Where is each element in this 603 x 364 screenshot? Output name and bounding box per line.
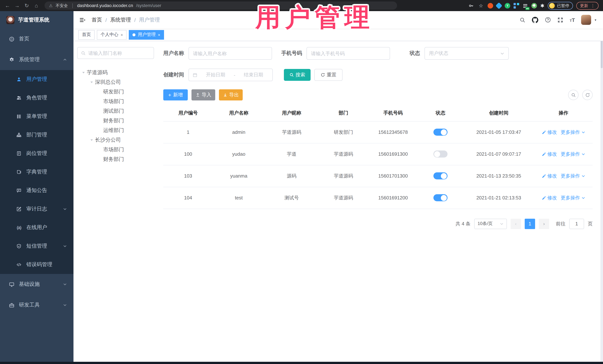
profile-paused-badge[interactable]: 已暂停: [548, 2, 573, 10]
breadcrumb-home[interactable]: 首页: [92, 16, 102, 23]
extensions-pinwheel-icon[interactable]: ✱: [540, 3, 544, 8]
breadcrumb-system[interactable]: 系统管理: [110, 16, 131, 23]
sidebar-group-infrastructure[interactable]: 基础设施: [0, 274, 73, 295]
tree-node-branch[interactable]: 深圳总公司: [77, 77, 154, 87]
date-range-picker[interactable]: 开始日期 - 结束日期: [188, 69, 273, 81]
pencil-icon: [542, 130, 546, 134]
extension-icon-gem[interactable]: [496, 2, 502, 9]
user-avatar[interactable]: [581, 15, 591, 25]
table-toolbar: + 新增 导入 导出: [163, 89, 593, 100]
refresh-table-button[interactable]: [582, 90, 593, 100]
sidebar-collapse-icon[interactable]: [79, 16, 86, 23]
edit-user-link[interactable]: 修改: [542, 129, 557, 135]
tree-expand-icon[interactable]: [88, 81, 95, 84]
next-page-button[interactable]: ›: [539, 219, 549, 229]
export-button[interactable]: 导出: [219, 89, 243, 100]
add-button[interactable]: + 新增: [163, 89, 188, 100]
extension-icon-squares[interactable]: [514, 3, 519, 8]
dept-search-input[interactable]: [88, 50, 150, 56]
tree-node-branch[interactable]: 长沙分公司: [77, 135, 154, 145]
tree-expand-icon[interactable]: [88, 139, 95, 142]
tree-node-leaf[interactable]: 财务部门: [77, 116, 154, 126]
key-icon[interactable]: [468, 2, 474, 9]
mobile-input[interactable]: [311, 51, 385, 56]
avatar-caret-icon[interactable]: ▾: [595, 18, 596, 22]
browser-menu-icon[interactable]: ⋮: [591, 4, 595, 7]
date-separator: -: [234, 72, 235, 78]
prev-page-button[interactable]: ‹: [510, 219, 521, 229]
sidebar-item-post-management[interactable]: 岗位管理: [0, 144, 73, 163]
app-logo[interactable]: 芋道管理系统: [0, 11, 73, 29]
sidebar-item-menu-management[interactable]: 菜单管理: [0, 107, 73, 126]
close-icon[interactable]: ×: [121, 33, 123, 37]
browser-back-button[interactable]: ←: [3, 1, 12, 10]
search-icon: [81, 51, 86, 55]
sidebar-item-user-management[interactable]: 用户管理: [0, 70, 73, 88]
tree-node-leaf[interactable]: 运维部门: [77, 126, 154, 135]
tree-node-leaf[interactable]: 市场部门: [77, 97, 154, 106]
tree-node-root[interactable]: 芋道源码: [77, 68, 154, 77]
bookmark-star-icon[interactable]: ☆: [477, 2, 484, 9]
status-toggle[interactable]: [433, 129, 448, 136]
extension-icon-list[interactable]: on: [522, 3, 528, 8]
sidebar-item-notice[interactable]: 通知公告: [0, 181, 73, 200]
sidebar-item-online-users[interactable]: (a) 在线用户: [0, 218, 73, 237]
more-actions-link[interactable]: 更多操作: [561, 173, 585, 179]
status-label: 状态: [410, 50, 420, 57]
goto-page-input[interactable]: [569, 219, 584, 229]
tree-node-leaf[interactable]: 市场部门: [77, 145, 154, 154]
search-button[interactable]: 搜索: [284, 69, 311, 81]
status-toggle[interactable]: [433, 151, 448, 157]
more-actions-link[interactable]: 更多操作: [561, 194, 585, 201]
fullscreen-icon[interactable]: [557, 17, 564, 23]
mobile-label: 手机号码: [281, 50, 302, 57]
profile-avatar-emoji: [549, 3, 555, 8]
tree-node-leaf[interactable]: 财务部门: [77, 154, 154, 164]
sidebar-item-home[interactable]: 首页: [0, 29, 73, 49]
extension-icon-green-y[interactable]: Y: [505, 3, 510, 8]
username-input[interactable]: [193, 51, 267, 56]
sidebar-group-audit-log[interactable]: 审计日志: [0, 200, 73, 218]
tree-node-leaf[interactable]: 测试部门: [77, 106, 154, 116]
edit-user-link[interactable]: 修改: [542, 151, 557, 157]
tree-node-leaf[interactable]: 研发部门: [77, 87, 154, 97]
sidebar-group-system[interactable]: 系统管理: [0, 49, 73, 70]
current-page-button[interactable]: 1: [525, 219, 535, 229]
tab-user-management[interactable]: 用户管理 ×: [129, 30, 164, 39]
search-icon[interactable]: [520, 17, 526, 23]
edit-user-link[interactable]: 修改: [542, 194, 557, 201]
show-search-button[interactable]: [568, 90, 579, 100]
status-toggle[interactable]: [433, 194, 448, 201]
edit-user-link[interactable]: 修改: [542, 173, 557, 179]
reset-button[interactable]: 重置: [314, 69, 343, 81]
page-size-select[interactable]: 10条/页: [474, 219, 507, 229]
sidebar-group-sms[interactable]: 短信管理: [0, 237, 73, 255]
message-icon: [16, 188, 22, 193]
help-icon[interactable]: [545, 17, 551, 23]
sidebar-group-dev-tools[interactable]: 研发工具: [0, 295, 73, 315]
sidebar-item-role-management[interactable]: 角色管理: [0, 88, 73, 107]
extension-icon-orange[interactable]: [487, 3, 493, 8]
tree-expand-icon[interactable]: [80, 71, 87, 74]
more-actions-link[interactable]: 更多操作: [561, 151, 585, 157]
tab-profile[interactable]: 个人中心 ×: [97, 30, 127, 39]
status-select[interactable]: 用户状态: [425, 47, 509, 60]
window-scrollbar[interactable]: [600, 11, 603, 364]
refresh-icon: [320, 73, 325, 77]
pencil-icon: [542, 196, 546, 200]
browser-forward-button[interactable]: →: [13, 1, 22, 10]
browser-home-button[interactable]: ⌂: [32, 1, 41, 10]
github-icon[interactable]: [532, 16, 539, 23]
sidebar-item-dict-management[interactable]: 字典管理: [0, 163, 73, 181]
more-actions-link[interactable]: 更多操作: [561, 129, 585, 135]
extension-icon-leaf[interactable]: [531, 3, 537, 8]
sidebar-item-error-code[interactable]: 错误码管理: [0, 255, 73, 274]
status-toggle[interactable]: [433, 172, 448, 179]
tab-home[interactable]: 首页: [78, 30, 95, 39]
font-size-icon[interactable]: TT: [570, 17, 575, 23]
browser-reload-button[interactable]: ↻: [22, 1, 31, 10]
sidebar-item-dept-management[interactable]: 部门管理: [0, 126, 73, 144]
close-icon[interactable]: ×: [158, 33, 160, 37]
browser-update-button[interactable]: 更新 ⋮: [576, 2, 599, 10]
import-button[interactable]: 导入: [191, 89, 215, 100]
